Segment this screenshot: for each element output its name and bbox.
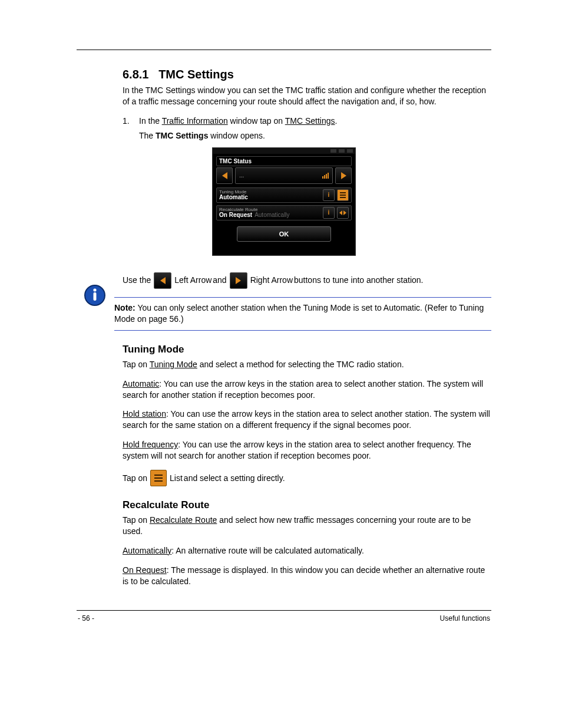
recalculate-intro: Tap on Recalculate Route and select how … bbox=[123, 515, 491, 537]
recalculate-heading: Recalculate Route bbox=[123, 499, 491, 511]
tmc-status-title: TMC Status bbox=[216, 156, 352, 166]
tuning-mode-row: Tuning Mode Automatic i bbox=[216, 187, 352, 203]
station-right-button[interactable] bbox=[335, 167, 352, 184]
tuning-mode-intro: Tap on Tuning Mode and select a method f… bbox=[123, 359, 491, 370]
step-open: The TMC Settings window opens. bbox=[123, 130, 491, 141]
right-arrow-icon bbox=[341, 172, 346, 179]
note-icon bbox=[84, 284, 106, 307]
device-screenshot: TMC Status ... Tuning Mode Automatic i bbox=[212, 147, 356, 256]
list-instruction: Tap on List and select a setting directl… bbox=[123, 470, 491, 486]
station-display: ... bbox=[235, 167, 333, 184]
footer-title: Useful functions bbox=[440, 614, 490, 622]
arrow-instruction: Use the Left Arrow and Right Arrow butto… bbox=[123, 272, 491, 289]
right-arrow-icon bbox=[230, 272, 247, 289]
signal-icon bbox=[322, 173, 329, 179]
swap-button[interactable] bbox=[337, 207, 349, 219]
tuning-hold-station: Hold station: You can use the arrow keys… bbox=[123, 409, 491, 431]
list-icon bbox=[150, 470, 167, 486]
info-button[interactable]: i bbox=[323, 189, 335, 201]
left-arrow-icon bbox=[154, 272, 171, 289]
tuning-hold-frequency: Hold frequency: You can use the arrow ke… bbox=[123, 439, 491, 462]
recalculate-request: On Request: The message is displayed. In… bbox=[123, 565, 491, 587]
station-left-button[interactable] bbox=[216, 167, 233, 184]
note-block: Note: You can only select another statio… bbox=[84, 297, 491, 331]
recalculate-row: Recalculate Route On RequestAutomaticall… bbox=[216, 205, 352, 220]
page-footer: - 56 - Useful functions bbox=[77, 614, 491, 622]
page-number: - 56 - bbox=[78, 614, 94, 622]
svg-point-1 bbox=[93, 288, 96, 291]
tuning-automatic: Automatic: You can use the arrow keys in… bbox=[123, 378, 491, 401]
left-arrow-icon bbox=[222, 172, 227, 179]
step-1: 1. In the Traffic Information window tap… bbox=[123, 116, 491, 127]
section-intro: In the TMC Settings window you can set t… bbox=[123, 85, 491, 107]
info-button[interactable]: i bbox=[323, 207, 335, 219]
section-heading: 6.8.1 TMC Settings bbox=[123, 68, 491, 81]
tuning-mode-heading: Tuning Mode bbox=[123, 344, 491, 355]
list-button[interactable] bbox=[337, 189, 349, 201]
ok-button[interactable]: OK bbox=[237, 226, 331, 242]
svg-rect-2 bbox=[94, 292, 97, 301]
recalculate-auto: Automatically: An alternative route will… bbox=[123, 545, 491, 556]
